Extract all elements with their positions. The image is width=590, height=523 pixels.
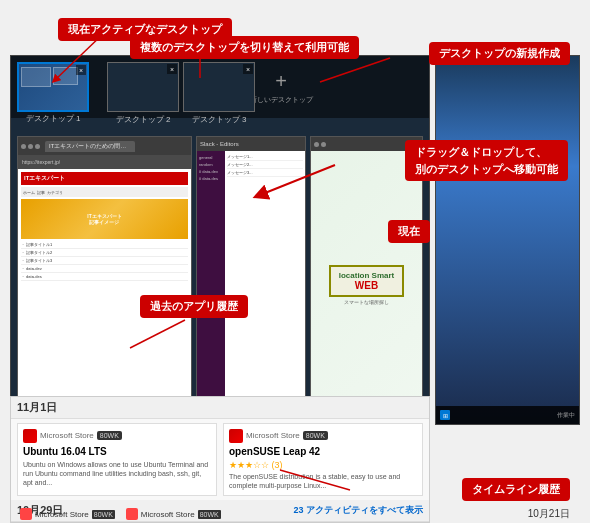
plus-icon: + (275, 70, 287, 93)
browser-article-image: ITエキスパート記事イメージ (21, 199, 188, 239)
slack-sidebar: general random # data-dev # data-des (197, 151, 225, 404)
browser-url-bar[interactable]: https://itexpert.jp/ (18, 155, 191, 169)
annotation-history: 過去のアプリ履歴 (140, 295, 248, 318)
loc-dot-2 (321, 142, 326, 147)
ms-store-icon-1 (23, 429, 37, 443)
ms-store-icon-2 (229, 429, 243, 443)
timeline-app-card-2[interactable]: Microsoft Store 80WK openSUSE Leap 42 ★★… (223, 423, 423, 496)
browser-content: ITエキスパート ホーム 記事 カテゴリ ITエキスパート記事イメージ ・ 記事… (18, 169, 191, 284)
annotation-drag-drop: ドラッグ＆ドロップして、別のデスクトップへ移動可能 (405, 140, 568, 181)
annotation-current: 現在 (388, 220, 430, 243)
new-desktop-button[interactable]: + 新しいデスクトップ (263, 62, 299, 112)
desktop-thumb-3[interactable]: × デスクトップ 3 (183, 62, 255, 112)
browser-window[interactable]: ITエキスパートのための問題解決メディア... https://itexpert… (17, 136, 192, 405)
location-title-box: location Smart WEB (329, 265, 405, 297)
browser-nav: ホーム 記事 カテゴリ (21, 187, 188, 197)
right-desktop-panel: ⊞ 作業中 (435, 55, 580, 425)
loc-dot-1 (314, 142, 319, 147)
content-area: ITエキスパートのための問題解決メディア... https://itexpert… (11, 118, 429, 411)
desktop-thumb-1[interactable]: × デスクトップ 1 (17, 62, 89, 112)
desktop-3-close[interactable]: × (243, 64, 253, 74)
desktop-2-close[interactable]: × (167, 64, 177, 74)
annotation-timeline: タイムライン履歴 (462, 478, 570, 501)
browser-tab[interactable]: ITエキスパートのための問題解決メディア... (45, 141, 135, 152)
slack-title-bar: Slack - Editors (197, 137, 305, 151)
timeline-date-1: 11月1日 (11, 397, 429, 419)
timeline-apps-row-1: Microsoft Store 80WK Ubuntu 16.04 LTS Ub… (11, 419, 429, 500)
win-dot-1 (21, 144, 26, 149)
desktop-thumb-2[interactable]: × デスクトップ 2 (107, 62, 179, 112)
slack-window[interactable]: Slack - Editors general random # data-de… (196, 136, 306, 405)
timeline-app-card-1[interactable]: Microsoft Store 80WK Ubuntu 16.04 LTS Ub… (17, 423, 217, 496)
location-content: location Smart WEB スマートな場所探し (311, 151, 422, 405)
browser-title-bar: ITエキスパートのための問題解決メディア... (18, 137, 191, 155)
desktop-1-close[interactable]: × (76, 65, 86, 75)
main-container: 現在アクティブなデスクトップ 複数のデスクトップを切り替えて利用可能 デスクトッ… (0, 0, 590, 523)
annotation-new-desktop: デスクトップの新規作成 (429, 42, 570, 65)
slack-main: メッセージ1... メッセージ2... メッセージ3... (225, 151, 305, 404)
timeline-section: 11月1日 Microsoft Store 80WK Ubuntu 16.04 … (10, 396, 430, 523)
slack-content: general random # data-dev # data-des メッセ… (197, 151, 305, 404)
task-view-area: × デスクトップ 1 × デスクトップ 2 × デスクトップ 3 + 新しいデス… (10, 55, 430, 425)
desktop-bar: × デスクトップ 1 × デスクトップ 2 × デスクトップ 3 + 新しいデス… (11, 56, 429, 118)
right-desktop-taskbar: ⊞ 作業中 (436, 406, 579, 424)
win-dot-3 (35, 144, 40, 149)
annotation-switch-desktops: 複数のデスクトップを切り替えて利用可能 (130, 36, 359, 59)
browser-sidebar: ・ 記事タイトル1 ・ 記事タイトル2 ・ 記事タイトル3 ・ data-dev… (21, 241, 188, 281)
bottom-store-icon (20, 508, 32, 520)
bottom-labels: Microsoft Store 80WK Microsoft Store 80W… (0, 507, 590, 521)
win-dot-2 (28, 144, 33, 149)
bottom-left: Microsoft Store 80WK Microsoft Store 80W… (20, 507, 221, 521)
browser-logo: ITエキスパート (21, 172, 188, 185)
